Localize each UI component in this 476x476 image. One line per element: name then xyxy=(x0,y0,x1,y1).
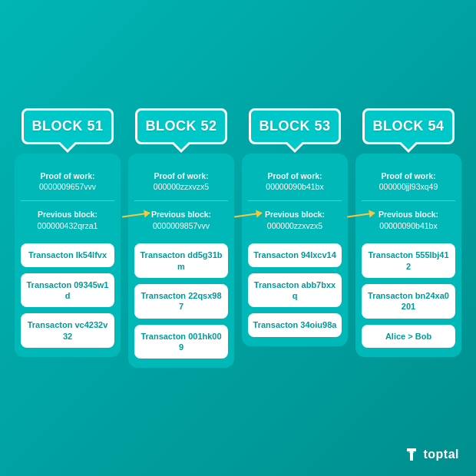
block-body-3: Proof of work:00000090b41bxPrevious bloc… xyxy=(242,154,348,346)
transaction-4-1: Transacton 555lbj412 xyxy=(362,243,455,278)
block-column-3: BLOCK 53Proof of work:00000090b41bxPrevi… xyxy=(242,108,348,346)
divider xyxy=(362,200,455,201)
proof-of-work-1: Proof of work:0000009657vvv xyxy=(21,164,114,199)
proof-of-work-4: Proof of work:000000jjl93xq49 xyxy=(362,164,455,199)
block-header-1: BLOCK 51 xyxy=(21,108,114,144)
transaction-4-2: Transacton bn24xa0201 xyxy=(362,284,455,319)
toptal-label: toptal xyxy=(423,448,459,461)
block-body-2: Proof of work:000000zzxvzx5Previous bloc… xyxy=(128,154,234,369)
transaction-3-2: Transacton abb7bxxq xyxy=(248,273,342,308)
transaction-3-3: Transacton 34oiu98a xyxy=(248,313,342,336)
block-header-3: BLOCK 53 xyxy=(249,108,341,144)
divider xyxy=(248,200,342,201)
proof-of-work-2: Proof of work:000000zzxvzx5 xyxy=(134,164,228,199)
divider xyxy=(134,200,228,201)
blocks-row: BLOCK 51Proof of work:0000009657vvvPrevi… xyxy=(5,93,471,384)
block-column-2: BLOCK 52Proof of work:000000zzxvzx5Previ… xyxy=(128,108,234,369)
previous-block-4: Previous block:00000090b41bx xyxy=(362,203,455,237)
transaction-1-1: Transacton lk54lfvx xyxy=(21,243,114,266)
proof-of-work-3: Proof of work:00000090b41bx xyxy=(248,164,342,199)
transaction-2-2: Transacton 22qsx987 xyxy=(134,284,228,319)
previous-block-2: Previous block:0000009857vvv xyxy=(134,203,228,237)
previous-block-3: Previous block:000000zzxvzx5 xyxy=(248,203,342,237)
transaction-4-3: Alice > Bob xyxy=(362,325,455,348)
divider xyxy=(21,200,114,201)
toptal-logo: toptal xyxy=(404,447,459,462)
block-column-1: BLOCK 51Proof of work:0000009657vvvPrevi… xyxy=(15,108,121,357)
block-column-4: BLOCK 54Proof of work:000000jjl93xq49Pre… xyxy=(355,108,461,357)
block-header-2: BLOCK 52 xyxy=(135,108,227,144)
transaction-1-3: Transacton vc4232v32 xyxy=(21,313,114,348)
block-header-4: BLOCK 54 xyxy=(362,108,455,144)
block-body-4: Proof of work:000000jjl93xq49Previous bl… xyxy=(355,154,461,357)
transaction-3-1: Transacton 94lxcv14 xyxy=(248,243,342,266)
previous-block-1: Previous block:000000432qrza1 xyxy=(21,203,114,237)
block-body-1: Proof of work:0000009657vvvPrevious bloc… xyxy=(15,154,121,357)
transaction-1-2: Transacton 09345w1d xyxy=(21,273,114,308)
transaction-2-3: Transacton 001hk009 xyxy=(134,325,228,359)
toptal-icon xyxy=(404,447,419,462)
page-container: BLOCK 51Proof of work:0000009657vvvPrevi… xyxy=(0,0,476,476)
transaction-2-1: Transacton dd5g31bm xyxy=(134,243,228,278)
